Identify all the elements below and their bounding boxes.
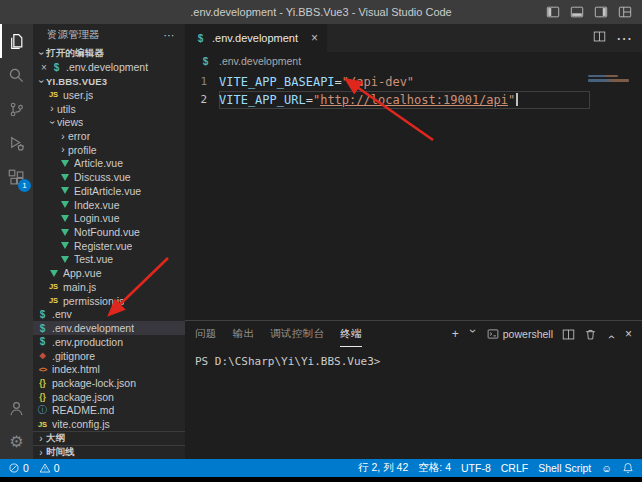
file-tree-item[interactable]: EditArticle.vue — [33, 184, 185, 198]
more-actions-icon[interactable]: ⋯ — [164, 29, 176, 41]
error-icon — [8, 462, 20, 474]
status-item[interactable]: Shell Script — [538, 461, 591, 475]
toggle-sidebar-icon[interactable] — [546, 5, 560, 19]
status-item[interactable]: 行 2, 列 42 — [358, 461, 408, 475]
problems-warnings[interactable]: 0 — [39, 462, 60, 474]
minimap[interactable] — [588, 75, 632, 84]
file-tree-item[interactable]: JSpermission.js — [33, 294, 185, 308]
file-tree-item[interactable]: Register.vue — [33, 239, 185, 253]
more-actions-icon[interactable]: ⋯ — [616, 29, 632, 48]
file-tree-item[interactable]: ›profile — [33, 143, 185, 157]
timeline-section[interactable]: › 时间线 — [33, 445, 185, 459]
file-tree-item[interactable]: ◆.gitignore — [33, 349, 185, 363]
run-debug-icon[interactable] — [0, 126, 33, 160]
file-tree-item[interactable]: Test.vue — [33, 253, 185, 267]
env-file-icon: $ — [36, 323, 49, 334]
file-tree: JSuser.js›utils›views›error›profileArtic… — [33, 88, 185, 431]
code-line[interactable]: 2VITE_APP_URL="http://localhost:19001/ap… — [185, 91, 642, 109]
extensions-badge: 1 — [18, 179, 31, 192]
open-editor-item[interactable]: × $ .env.development — [33, 60, 185, 74]
file-name: views — [57, 116, 83, 128]
file-tree-item[interactable]: $.env.development — [33, 321, 185, 335]
account-icon[interactable] — [0, 391, 33, 425]
workbench: 1 ⚙ 资源管理器 ⋯ › 打开的编辑器 × $ .env.developmen… — [0, 24, 642, 459]
open-editors-header[interactable]: › 打开的编辑器 — [33, 46, 185, 60]
breadcrumb-label: .env.development — [219, 55, 301, 67]
terminal-shell-selector[interactable]: powershell — [487, 328, 553, 340]
notifications-bell-icon[interactable] — [622, 462, 634, 474]
panel-tab[interactable]: 输出 — [233, 321, 255, 347]
problems-errors[interactable]: 0 — [8, 462, 29, 474]
file-name: .env.production — [52, 336, 123, 348]
file-tree-item[interactable]: ›views — [33, 115, 185, 129]
text-cursor — [516, 93, 518, 106]
env-file-icon: $ — [194, 33, 207, 44]
extensions-icon[interactable]: 1 — [0, 160, 33, 194]
tab-close-icon[interactable]: × — [311, 31, 318, 45]
code-editor[interactable]: 1VITE_APP_BASEAPI="/api-dev"2VITE_APP_UR… — [185, 70, 642, 320]
file-tree-item[interactable]: ⓘREADME.md — [33, 404, 185, 418]
status-left: 0 0 — [8, 462, 60, 474]
kill-terminal-trash-icon[interactable] — [584, 328, 597, 341]
panel-tab[interactable]: 问题 — [195, 321, 217, 347]
breadcrumb[interactable]: $ .env.development — [185, 52, 642, 70]
file-tree-item[interactable]: $.env — [33, 308, 185, 322]
source-control-icon[interactable] — [0, 92, 33, 126]
breadcrumb-file-icon-slot: $ — [199, 55, 215, 67]
code-text: VITE_APP_BASEAPI="/api-dev" — [219, 73, 642, 91]
js-file-icon: JS — [36, 420, 49, 429]
file-name: .env — [52, 308, 72, 320]
split-editor-icon[interactable] — [593, 29, 606, 47]
status-right: 行 2, 列 42空格: 4UTF-8CRLFShell Script ☺ — [358, 461, 634, 475]
search-icon[interactable] — [0, 58, 33, 92]
settings-gear-icon[interactable]: ⚙ — [0, 425, 33, 459]
feedback-smiley-icon[interactable]: ☺ — [601, 462, 612, 474]
toggle-panel-icon[interactable] — [570, 5, 584, 19]
file-tree-item[interactable]: JSuser.js — [33, 88, 185, 102]
file-tree-item[interactable]: Index.vue — [33, 198, 185, 212]
chevron-down-icon[interactable]: › — [467, 329, 479, 339]
file-tree-item[interactable]: JSmain.js — [33, 280, 185, 294]
file-name: .gitignore — [52, 350, 95, 362]
code-token: VITE_APP_URL — [219, 93, 306, 107]
file-tree-item[interactable]: ›utils — [33, 102, 185, 116]
explorer-icon[interactable] — [0, 24, 33, 58]
file-tree-item[interactable]: {}package-lock.json — [33, 376, 185, 390]
url-link[interactable]: http://localhost:19001/api — [320, 93, 508, 107]
new-terminal-icon[interactable]: + — [452, 328, 459, 340]
close-icon[interactable]: × — [38, 62, 50, 73]
panel-tab[interactable]: 终端 — [340, 321, 362, 347]
code-token: "/api-dev" — [342, 75, 414, 89]
close-panel-icon[interactable]: × — [625, 328, 632, 340]
vue-file-icon — [58, 215, 71, 222]
customize-layout-icon[interactable] — [618, 5, 632, 19]
file-name: .env.development — [52, 322, 134, 334]
file-tree-item[interactable]: <>index.html — [33, 362, 185, 376]
file-tree-item[interactable]: $.env.production — [33, 335, 185, 349]
maximize-panel-icon[interactable]: › — [605, 329, 617, 339]
panel-tab[interactable]: 调试控制台 — [270, 321, 324, 347]
file-tree-item[interactable]: App.vue — [33, 266, 185, 280]
split-terminal-icon[interactable] — [562, 328, 575, 341]
git-file-icon: ◆ — [36, 351, 49, 360]
tab-env-development[interactable]: $ .env.development × — [185, 24, 327, 52]
file-tree-item[interactable]: {}package.json — [33, 390, 185, 404]
file-tree-item[interactable]: JSvite.config.js — [33, 417, 185, 431]
file-tree-item[interactable]: Login.vue — [33, 211, 185, 225]
file-tree-item[interactable]: Article.vue — [33, 157, 185, 171]
chevron-right-icon: › — [58, 144, 68, 155]
toggle-secondary-sidebar-icon[interactable] — [594, 5, 608, 19]
file-tree-item[interactable]: ›error — [33, 129, 185, 143]
tab-label: .env.development — [212, 32, 298, 44]
file-tree-item[interactable]: NotFound.vue — [33, 225, 185, 239]
status-item[interactable]: UTF-8 — [461, 461, 491, 475]
status-item[interactable]: 空格: 4 — [418, 461, 451, 475]
status-item[interactable]: CRLF — [501, 461, 528, 475]
code-line[interactable]: 1VITE_APP_BASEAPI="/api-dev" — [185, 73, 642, 91]
outline-section[interactable]: › 大纲 — [33, 431, 185, 445]
md-file-icon: ⓘ — [36, 404, 49, 417]
file-tree-item[interactable]: Discuss.vue — [33, 170, 185, 184]
terminal-output[interactable]: PS D:\CSharp\Yi\Yi.BBS.Vue3> — [185, 347, 642, 459]
workspace-header[interactable]: › YI.BBS.VUE3 — [33, 74, 185, 88]
terminal-prompt: PS D:\CSharp\Yi\Yi.BBS.Vue3> — [195, 355, 380, 368]
